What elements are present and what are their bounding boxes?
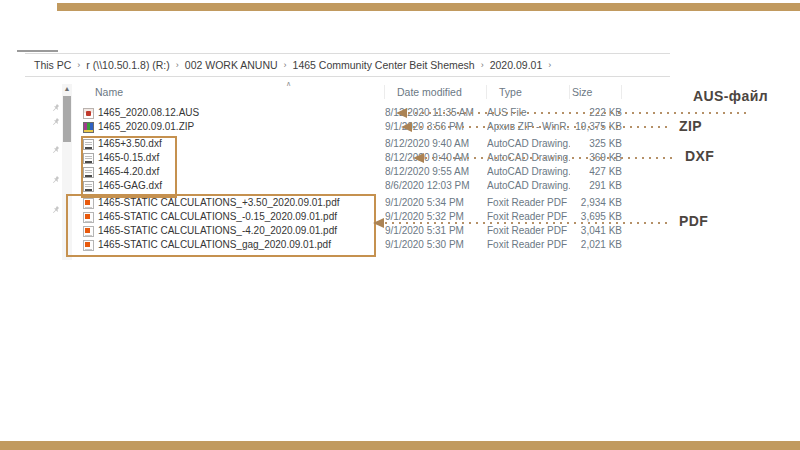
column-header-date[interactable]: Date modified <box>385 85 487 99</box>
pdf-annotation-line <box>385 222 668 224</box>
file-type: AutoCAD Drawing... <box>487 165 570 179</box>
column-header-name[interactable]: Name <box>83 85 385 99</box>
file-name: 1465_2020.08.12.AUS <box>98 106 199 120</box>
dxf-annotation-line <box>425 157 672 159</box>
file-size: 325 KB <box>570 137 622 151</box>
file-date-modified: 9/1/2020 5:30 PM <box>385 238 487 252</box>
breadcrumb-separator-icon[interactable]: › <box>281 60 290 70</box>
column-header-type[interactable]: Type <box>487 85 570 99</box>
scrollbar-up-icon[interactable]: ▲ <box>62 84 72 94</box>
file-type: AutoCAD Drawing... <box>487 137 570 151</box>
file-type: Foxit Reader PDF ... <box>487 196 570 210</box>
breadcrumb-separator-icon[interactable]: › <box>74 60 83 70</box>
file-name: 1465_2020.09.01.ZIP <box>98 120 194 134</box>
dxf-group-highlight-box <box>81 136 177 198</box>
file-date-modified: 8/6/2020 12:03 PM <box>385 179 487 193</box>
zip-file-icon <box>83 122 94 133</box>
breadcrumb: This PC›r (\\10.50.1.8) (R:)›002 WORK AN… <box>25 53 670 77</box>
window-edge-fragment <box>17 50 58 52</box>
file-type: Foxit Reader PDF ... <box>487 224 570 238</box>
pdf-annotation-label: PDF <box>679 213 708 229</box>
file-size: 291 KB <box>570 179 622 193</box>
file-size: 2,021 KB <box>570 238 622 252</box>
file-date-modified: 8/12/2020 9:55 AM <box>385 165 487 179</box>
aus-file-icon <box>83 108 94 119</box>
pin-icon <box>52 176 61 185</box>
zip-arrowhead-icon <box>401 122 412 132</box>
dxf-annotation-label: DXF <box>685 148 714 164</box>
slide-bottom-accent-bar <box>0 441 800 450</box>
file-type: AutoCAD Drawing... <box>487 179 570 193</box>
pin-icon <box>52 206 61 215</box>
column-header-row: Name Date modified Type Size ∧ <box>83 84 622 100</box>
file-size: 427 KB <box>570 165 622 179</box>
file-date-modified: 9/1/2020 5:31 PM <box>385 224 487 238</box>
pin-icon <box>52 104 61 113</box>
breadcrumb-separator-icon[interactable]: › <box>173 60 182 70</box>
breadcrumb-item[interactable]: 002 WORK ANUNU <box>182 59 281 71</box>
breadcrumb-item[interactable]: 1465 Community Center Beit Shemesh <box>290 59 478 71</box>
file-size: 2,934 KB <box>570 196 622 210</box>
presentation-slide: This PC›r (\\10.50.1.8) (R:)›002 WORK AN… <box>0 0 800 450</box>
dxf-arrowhead-icon <box>413 153 424 163</box>
pin-icon <box>52 118 61 127</box>
pin-icon <box>52 146 61 155</box>
aus-annotation-label: AUS-файл <box>693 88 768 104</box>
pdf-arrowhead-icon <box>373 218 384 228</box>
file-type: Foxit Reader PDF ... <box>487 238 570 252</box>
slide-top-accent-bar <box>57 3 800 11</box>
breadcrumb-item[interactable]: This PC <box>31 59 74 71</box>
column-header-size[interactable]: Size <box>570 85 622 99</box>
file-date-modified: 9/1/2020 5:34 PM <box>385 196 487 210</box>
aus-arrowhead-icon <box>396 108 407 118</box>
scrollbar-thumb[interactable] <box>63 96 71 142</box>
breadcrumb-separator-icon[interactable]: › <box>478 60 487 70</box>
zip-annotation-line <box>413 126 668 128</box>
zip-annotation-label: ZIP <box>679 118 702 134</box>
file-date-modified: 8/12/2020 9:40 AM <box>385 137 487 151</box>
breadcrumb-item[interactable]: r (\\10.50.1.8) (R:) <box>83 59 172 71</box>
breadcrumb-separator-icon[interactable]: › <box>545 60 554 70</box>
aus-annotation-line <box>408 112 750 114</box>
breadcrumb-item[interactable]: 2020.09.01 <box>487 59 546 71</box>
file-size: 3,041 KB <box>570 224 622 238</box>
sort-ascending-icon: ∧ <box>286 80 291 88</box>
pdf-group-highlight-box <box>66 194 376 257</box>
